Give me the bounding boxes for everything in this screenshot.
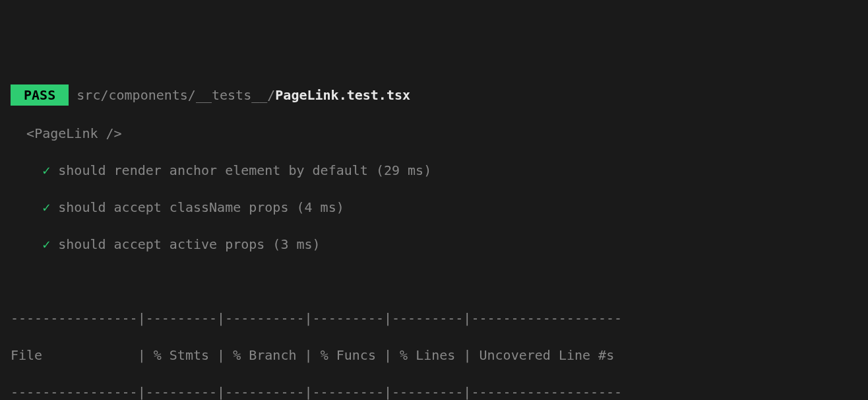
path-prefix: src/components/__tests__/ — [77, 87, 275, 103]
check-icon: ✓ — [42, 162, 50, 178]
blank-line — [11, 272, 857, 290]
test-result: ✓ should render anchor element by defaul… — [11, 161, 857, 180]
pass-badge: PASS — [11, 84, 69, 106]
suite-name: <PageLink /> — [11, 124, 857, 143]
test-result: ✓ should accept className props (4 ms) — [11, 198, 857, 217]
test-result: ✓ should accept active props (3 ms) — [11, 235, 857, 253]
coverage-rule: ----------------|---------|----------|--… — [11, 383, 857, 400]
coverage-header: File | % Stmts | % Branch | % Funcs | % … — [11, 346, 857, 364]
check-icon: ✓ — [42, 236, 50, 252]
coverage-rule: ----------------|---------|----------|--… — [11, 309, 857, 327]
test-header: PASS src/components/__tests__/PageLink.t… — [11, 84, 857, 106]
check-icon: ✓ — [42, 199, 50, 215]
test-filename: PageLink.test.tsx — [275, 87, 410, 103]
